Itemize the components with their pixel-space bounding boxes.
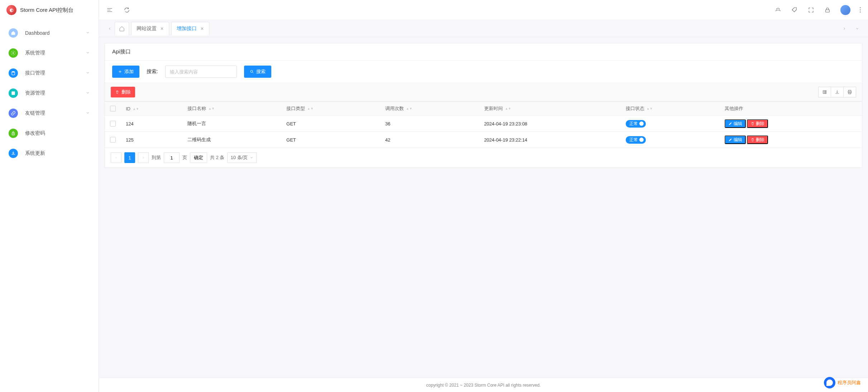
search-input[interactable] [165, 66, 237, 78]
cell-id: 124 [121, 116, 182, 132]
sidebar-item-5[interactable]: 修改密码 [0, 123, 99, 143]
column-header[interactable]: 调用次数▲▼ [380, 102, 479, 116]
svg-point-0 [13, 52, 14, 54]
cell-type: GET [281, 132, 380, 148]
tab-dropdown-icon[interactable] [852, 24, 862, 34]
page-prev-button[interactable] [111, 152, 121, 163]
card-title: Api接口 [105, 43, 862, 61]
search-label: 搜索: [147, 68, 158, 75]
menu-icon-2 [9, 68, 18, 78]
goto-input[interactable] [164, 152, 180, 163]
sidebar: ◐ Storm Core API控制台 Dashboard 系统管理 接口管理 … [0, 0, 99, 392]
footer: copyright © 2021 ~ 2023 Storm Core API a… [99, 378, 868, 392]
sidebar-item-3[interactable]: 资源管理 [0, 83, 99, 103]
sidebar-item-0[interactable]: Dashboard [0, 23, 99, 43]
menu-icon-3 [9, 89, 18, 98]
column-header[interactable]: 更新时间▲▼ [479, 102, 621, 116]
delete-button[interactable]: 删除 [747, 119, 768, 128]
menu-icon-0 [9, 28, 18, 38]
sidebar-menu: Dashboard 系统管理 接口管理 资源管理 友链管理 修改密码 系统更新 [0, 20, 99, 392]
edit-button[interactable]: 编辑 [725, 135, 746, 144]
delete-button[interactable]: 删除 [747, 135, 768, 144]
avatar[interactable] [840, 5, 850, 15]
row-checkbox[interactable] [110, 121, 116, 126]
sidebar-item-6[interactable]: 系统更新 [0, 143, 99, 163]
svg-point-1 [12, 71, 15, 73]
export-icon[interactable] [831, 87, 844, 97]
watermark: 程序员阿鑫 [824, 377, 861, 388]
chevron-down-icon [86, 70, 90, 76]
menu-label: 资源管理 [25, 90, 86, 96]
page-number-button[interactable]: 1 [124, 152, 135, 163]
content-area: Api接口 添加 搜索: 搜索 删除 [99, 37, 868, 378]
page-next-button[interactable] [138, 152, 149, 163]
more-menu-icon[interactable] [860, 7, 861, 13]
goto-label: 到第 [152, 154, 161, 161]
cell-updated: 2024-04-19 23:23:08 [479, 116, 621, 132]
sidebar-item-1[interactable]: 系统管理 [0, 43, 99, 63]
cell-name: 二维码生成 [182, 132, 281, 148]
menu-label: 友链管理 [25, 110, 86, 116]
batch-delete-label: 删除 [121, 89, 131, 95]
column-header: 其他操作 [720, 102, 862, 116]
column-header[interactable]: ID▲▼ [121, 102, 182, 116]
page-size-select[interactable]: 10 条/页 [227, 152, 257, 163]
tab-next-icon[interactable] [839, 24, 849, 34]
add-button[interactable]: 添加 [112, 66, 139, 78]
edit-button[interactable]: 编辑 [725, 119, 746, 128]
lock-icon[interactable] [824, 6, 831, 14]
tab-label: 增加接口 [177, 25, 197, 32]
svg-rect-8 [824, 91, 825, 94]
print-icon[interactable] [843, 87, 856, 97]
tab-0[interactable]: 网站设置✕ [131, 22, 169, 35]
status-switch[interactable]: 正常 [626, 136, 646, 144]
batch-delete-button[interactable]: 删除 [111, 87, 135, 97]
sidebar-item-2[interactable]: 接口管理 [0, 63, 99, 83]
table-row: 124 随机一言 GET 36 2024-04-19 23:23:08 正常 编… [105, 116, 862, 132]
sort-icon: ▲▼ [133, 108, 139, 110]
sort-icon: ▲▼ [307, 108, 314, 110]
api-table: ID▲▼接口名称▲▼接口类型▲▼调用次数▲▼更新时间▲▼接口状态▲▼其他操作 1… [105, 101, 862, 148]
sort-icon: ▲▼ [208, 108, 215, 110]
page-unit: 页 [182, 154, 187, 161]
close-icon[interactable]: ✕ [200, 26, 204, 31]
search-button[interactable]: 搜索 [244, 66, 271, 78]
fullscreen-icon[interactable] [807, 6, 815, 14]
cell-calls: 36 [380, 116, 479, 132]
menu-label: 系统更新 [25, 150, 90, 157]
svg-rect-9 [825, 91, 826, 94]
columns-icon[interactable] [818, 87, 831, 97]
row-checkbox[interactable] [110, 137, 116, 143]
checkbox-all[interactable] [110, 106, 116, 111]
chevron-down-icon [86, 30, 90, 36]
cell-id: 125 [121, 132, 182, 148]
menu-icon-4 [9, 109, 18, 118]
tab-home[interactable] [115, 22, 129, 35]
collapse-menu-icon[interactable] [106, 6, 113, 14]
sidebar-item-4[interactable]: 友链管理 [0, 103, 99, 123]
menu-icon-6 [9, 149, 18, 158]
svg-rect-2 [11, 91, 15, 95]
theme-icon[interactable] [774, 6, 782, 14]
refresh-icon[interactable] [123, 6, 130, 14]
column-header[interactable]: 接口名称▲▼ [182, 102, 281, 116]
svg-rect-7 [823, 91, 824, 94]
menu-icon-1 [9, 48, 18, 58]
goto-confirm-button[interactable]: 确定 [190, 152, 207, 163]
chevron-down-icon [86, 50, 90, 56]
watermark-icon [824, 377, 835, 388]
tab-prev-icon[interactable] [105, 24, 115, 34]
column-header[interactable]: 接口状态▲▼ [621, 102, 720, 116]
close-icon[interactable]: ✕ [160, 26, 164, 31]
tabs-bar: 网站设置✕增加接口✕ [99, 20, 868, 37]
status-switch[interactable]: 正常 [626, 120, 646, 128]
table-row: 125 二维码生成 GET 42 2024-04-19 23:22:14 正常 … [105, 132, 862, 148]
sort-icon: ▲▼ [505, 108, 511, 110]
tag-icon[interactable] [791, 6, 798, 14]
column-header[interactable]: 接口类型▲▼ [281, 102, 380, 116]
chevron-down-icon [86, 90, 90, 96]
menu-label: 接口管理 [25, 70, 86, 76]
sort-icon: ▲▼ [647, 108, 653, 110]
table-toolbar: 删除 [105, 83, 862, 101]
tab-1[interactable]: 增加接口✕ [171, 22, 209, 35]
